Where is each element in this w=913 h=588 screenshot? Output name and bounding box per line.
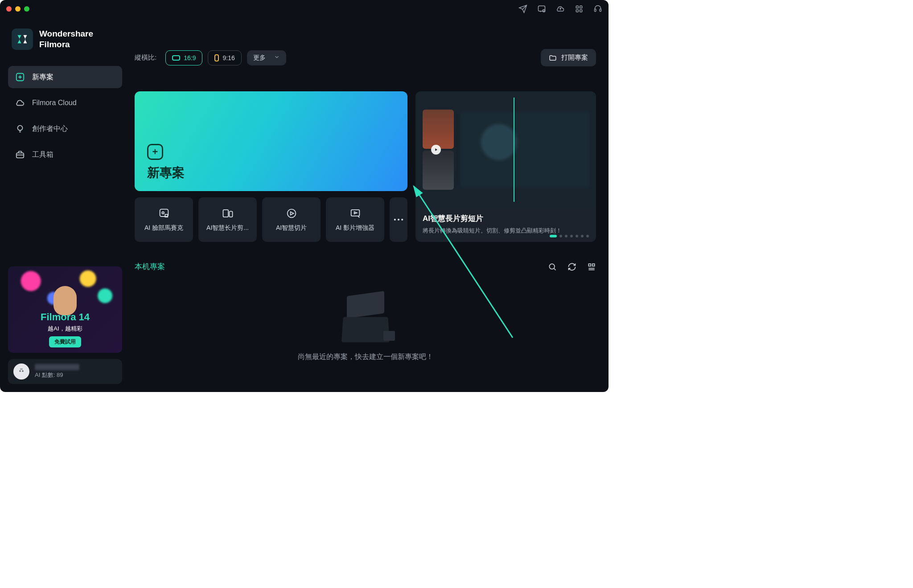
thumbnail-scene — [460, 112, 590, 188]
aspect-16-9[interactable]: 16:9 — [165, 50, 202, 65]
svg-point-12 — [19, 370, 21, 372]
minimize-window[interactable] — [15, 6, 21, 12]
avatar — [13, 363, 29, 380]
svg-rect-10 — [16, 153, 24, 158]
svg-point-23 — [398, 219, 399, 220]
close-window[interactable] — [6, 6, 12, 12]
brand-logo — [12, 29, 33, 50]
main-content: 縱橫比: 16:9 9:16 更多 打開 — [130, 18, 609, 392]
svg-rect-4 — [576, 10, 578, 12]
chevron-down-icon — [274, 54, 280, 61]
clip-icon — [222, 207, 234, 220]
svg-rect-26 — [588, 264, 591, 266]
user-name-blurred — [35, 364, 79, 370]
toolbox-icon — [15, 150, 25, 159]
feature-card-image — [415, 91, 596, 208]
titlebar-actions — [518, 4, 602, 13]
search-icon[interactable] — [548, 262, 557, 271]
svg-rect-5 — [580, 10, 582, 12]
sidebar-item-label: Filmora Cloud — [32, 99, 77, 107]
svg-point-24 — [401, 219, 403, 220]
view-toggle-icon[interactable] — [587, 262, 596, 271]
local-projects-title: 本机專案 — [135, 261, 165, 272]
fullscreen-window[interactable] — [24, 6, 29, 12]
open-project-button[interactable]: 打開專案 — [541, 49, 596, 66]
upgrade-promo[interactable]: Filmora 14 越AI，越精彩 免費試用 — [8, 266, 122, 353]
thumbnail-person-2 — [423, 151, 454, 190]
svg-rect-21 — [351, 210, 359, 216]
folder-icon — [549, 54, 557, 62]
sidebar-item-toolbox[interactable]: 工具箱 — [8, 143, 122, 166]
feature-card-title: AI智慧長片剪短片 — [423, 213, 589, 224]
enhance-icon — [349, 207, 362, 220]
cloud-icon — [15, 98, 25, 108]
sidebar-item-label: 新專案 — [32, 73, 53, 82]
sidebar-item-cloud[interactable]: Filmora Cloud — [8, 92, 122, 114]
tile-more[interactable] — [390, 197, 407, 242]
sidebar-item-label: 工具箱 — [32, 150, 53, 159]
svg-point-9 — [18, 126, 23, 131]
smart-cut-icon — [285, 207, 298, 220]
send-icon[interactable] — [518, 4, 527, 13]
tile-face-mosaic[interactable]: AI 臉部馬賽克 — [135, 197, 193, 242]
promo-try-button[interactable]: 免費試用 — [49, 336, 81, 347]
new-project-card[interactable]: + 新專案 — [135, 91, 407, 191]
titlebar — [0, 0, 609, 18]
thumbnail-person-1 — [423, 110, 454, 149]
carousel-dots[interactable] — [550, 235, 589, 237]
sidebar: Wondershare Filmora 新專案 Filmora Cloud — [0, 18, 130, 392]
app-window: Wondershare Filmora 新專案 Filmora Cloud — [0, 0, 609, 392]
svg-rect-27 — [592, 264, 595, 266]
svg-point-11 — [16, 367, 26, 376]
svg-rect-14 — [20, 368, 23, 370]
svg-point-13 — [22, 370, 24, 372]
new-project-label: 新專案 — [147, 164, 185, 181]
aspect-more[interactable]: 更多 — [247, 50, 286, 65]
svg-rect-18 — [223, 210, 228, 217]
plus-square-icon — [15, 72, 25, 82]
portrait-icon — [214, 54, 219, 61]
sidebar-item-creator-center[interactable]: 創作者中心 — [8, 118, 122, 140]
svg-rect-7 — [600, 9, 601, 12]
support-icon[interactable] — [593, 4, 602, 13]
bulb-icon — [15, 124, 25, 134]
empty-text: 尚無最近的專案，快去建立一個新專案吧！ — [298, 352, 433, 362]
svg-rect-17 — [165, 214, 168, 217]
brand: Wondershare Filmora — [12, 29, 119, 50]
ai-tools-row: AI 臉部馬賽克 AI智慧长片剪... AI智慧切片 AI 影片增強器 — [135, 197, 407, 242]
plus-icon: + — [147, 144, 163, 160]
user-info: AI 點數: 89 — [35, 364, 79, 379]
refresh-icon[interactable] — [568, 262, 576, 271]
divider-line — [514, 98, 514, 202]
empty-state: 尚無最近的專案，快去建立一個新專案吧！ — [135, 272, 596, 383]
play-icon — [431, 145, 441, 155]
apps-icon[interactable] — [575, 4, 584, 13]
svg-point-16 — [162, 212, 164, 214]
aspect-9-16[interactable]: 9:16 — [208, 50, 241, 65]
sidebar-item-new-project[interactable]: 新專案 — [8, 66, 122, 88]
sidebar-nav: 新專案 Filmora Cloud 創作者中心 — [8, 66, 122, 166]
svg-rect-6 — [595, 9, 596, 12]
svg-rect-3 — [580, 6, 582, 8]
svg-rect-19 — [229, 211, 232, 217]
svg-point-22 — [394, 219, 396, 220]
sidebar-item-label: 創作者中心 — [32, 124, 68, 134]
svg-rect-2 — [576, 6, 578, 8]
window-controls — [6, 6, 29, 12]
tile-long-to-short[interactable]: AI智慧长片剪... — [198, 197, 257, 242]
cloud-icon[interactable] — [556, 4, 565, 13]
aspect-label: 縱橫比: — [135, 53, 156, 62]
landscape-icon — [172, 55, 180, 61]
feature-card[interactable]: AI智慧長片剪短片 將長片轉換為吸睛短片。切割、修剪並凸顯精彩時刻！ — [415, 91, 596, 242]
face-mosaic-icon — [158, 207, 170, 220]
aspect-ratio-row: 縱橫比: 16:9 9:16 更多 打開 — [135, 49, 596, 66]
message-icon[interactable] — [537, 4, 546, 13]
user-panel[interactable]: AI 點數: 89 — [8, 359, 122, 384]
promo-title: Filmora 14 — [41, 311, 90, 323]
tile-enhancer[interactable]: AI 影片增強器 — [326, 197, 384, 242]
more-icon — [392, 213, 405, 226]
tile-smart-cut[interactable]: AI智慧切片 — [262, 197, 321, 242]
ai-credits: AI 點數: 89 — [35, 371, 79, 379]
svg-rect-0 — [539, 6, 545, 11]
empty-box-illustration — [339, 294, 392, 343]
